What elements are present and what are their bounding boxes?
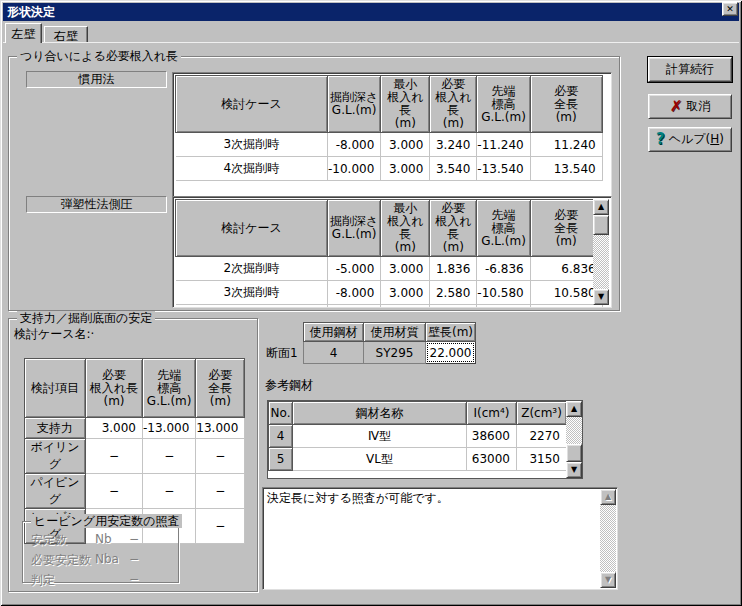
scroll-track[interactable] — [600, 505, 616, 572]
continue-calculation-button[interactable]: 計算続行 — [648, 57, 732, 82]
elastoplastic-grid: 検討ケース 掘削深さ G.L.(m) 最小 根入れ長 (m) 必要 根入れ長 (… — [175, 199, 603, 308]
group-equilibrium-title: つり合いによる必要根入れ長 — [17, 49, 181, 63]
cell-min: 3.000 — [381, 281, 430, 305]
wall-length-input[interactable] — [427, 343, 474, 362]
judgement-value: − — [129, 572, 139, 589]
cell-steel-name: ⅤL型 — [293, 448, 467, 471]
col-header-total-length: 必要 全長 (m) — [530, 76, 602, 133]
cell-total: − — [196, 474, 245, 509]
help-label-post: ) — [719, 132, 724, 146]
help-label: ヘルプ(H) — [669, 131, 724, 148]
cell-min: 3.000 — [381, 157, 430, 181]
scroll-down-button[interactable]: ▼ — [566, 462, 582, 478]
cell-req: 3.540 — [430, 157, 477, 181]
cell-case: 2次掘削時 — [176, 257, 328, 281]
arrow-up-icon: ▲ — [571, 405, 577, 413]
table-row: 4次掘削時 -10.000 3.000 3.540 -13.540 13.540 — [176, 157, 603, 181]
row-number: 5 — [269, 448, 293, 471]
scroll-track[interactable] — [593, 215, 609, 289]
group-heaving-check-title: ヒービング用安定数の照査 — [31, 514, 182, 528]
col-header-excavation-depth: 掘削深さ G.L.(m) — [328, 76, 381, 133]
scroll-up-button[interactable]: ▲ — [566, 401, 582, 417]
cell-req: 3.000 — [86, 418, 143, 439]
cell-case: 4次掘削時 — [176, 157, 328, 181]
cell-total: 6.836 — [530, 257, 602, 281]
scroll-thumb[interactable] — [593, 215, 609, 235]
group-heaving-check: ヒービング用安定数の照査 安定数 Nb − 必要安定数 Nba − 判定 − — [22, 521, 179, 583]
cell-req: − — [86, 474, 143, 509]
reference-steel-table: No. 鋼材名称 I(cm⁴) Z(cm³) 4 Ⅳ型 38600 2270 5… — [267, 400, 583, 479]
cancel-button[interactable]: ✗ 取消 — [648, 94, 732, 119]
scroll-track[interactable] — [566, 417, 582, 462]
stability-number-value: − — [129, 532, 139, 549]
table-row-clipped: 4次掘削時 -10.000 3.000 3.754 -13.754 13.754 — [176, 305, 603, 309]
cell-total: 10.580 — [530, 281, 602, 305]
scroll-thumb[interactable] — [566, 444, 582, 462]
col-header-section-modulus: Z(cm³) — [517, 402, 567, 425]
cell-req: 2.580 — [430, 281, 477, 305]
cancel-x-icon: ✗ — [670, 99, 683, 114]
continue-calculation-label: 計算続行 — [666, 61, 714, 78]
col-header-no: No. — [269, 402, 293, 425]
cell-i: 63000 — [467, 448, 517, 471]
cell-tip: -11.240 — [477, 133, 530, 157]
conventional-method-label: 慣用法 — [79, 72, 115, 86]
wall-length-cell — [426, 342, 476, 364]
cell-tip: -10.580 — [477, 281, 530, 305]
elastoplastic-table: 検討ケース 掘削深さ G.L.(m) 最小 根入れ長 (m) 必要 根入れ長 (… — [172, 196, 612, 308]
help-mnemonic: H — [710, 132, 719, 146]
help-label-pre: ヘルプ( — [669, 132, 711, 146]
col-header-tip-elevation: 先端 標高 G.L.(m) — [477, 76, 530, 133]
required-stability-symbol: Nba — [95, 552, 129, 569]
cell-req: 3.754 — [430, 305, 477, 309]
scroll-up-button[interactable]: ▲ — [600, 489, 616, 505]
col-header-check-item: 検討項目 — [25, 359, 86, 418]
section-row: 4 SY295 — [304, 342, 476, 364]
tab-left-wall[interactable]: 左壁 — [5, 23, 42, 43]
row-header-boiling: ボイリング — [25, 439, 86, 474]
cell-total: 13.540 — [530, 157, 602, 181]
table-row: 5 ⅤL型 63000 3150 — [269, 448, 567, 471]
col-header-wall-length: 壁長(m) — [426, 323, 476, 342]
scroll-up-button[interactable]: ▲ — [593, 199, 609, 215]
tab-right-wall[interactable]: 右壁 — [44, 26, 88, 43]
col-header-material-used: 使用材質 — [364, 323, 426, 342]
scroll-down-button[interactable]: ▼ — [600, 572, 616, 588]
case-name-label: 検討ケース名:· — [14, 326, 94, 343]
col-header-tip-elevation: 先端 標高 G.L.(m) — [477, 200, 530, 257]
col-header-min-embedment: 最小 根入れ長 (m) — [381, 200, 430, 257]
stability-number-symbol: Nb — [95, 532, 129, 549]
cell-total: − — [196, 509, 245, 544]
help-button[interactable]: ? ヘルプ(H) — [648, 127, 732, 152]
cell-min: 3.000 — [381, 257, 430, 281]
col-header-req-embedment: 必要 根入れ長 (m) — [430, 200, 477, 257]
titlebar: 形状決定 — [3, 3, 739, 21]
table-row: 3次掘削時 -8.000 3.000 2.580 -10.580 10.580 — [176, 281, 603, 305]
col-header-case: 検討ケース — [176, 200, 328, 257]
cell-depth: -10.000 — [328, 157, 381, 181]
table-row: パイピング − − − — [25, 474, 245, 509]
scroll-down-button[interactable]: ▼ — [593, 289, 609, 305]
reference-table-scrollbar[interactable]: ▲ ▼ — [566, 401, 582, 478]
section-table: 使用鋼材 使用材質 壁長(m) 4 SY295 — [303, 322, 476, 364]
message-box[interactable]: 決定長に対する照査が可能です。 ▲ ▼ — [262, 487, 618, 590]
group-stability-title: 支持力／掘削底面の安定 — [17, 311, 155, 325]
required-stability-label: 必要安定数 — [31, 552, 95, 569]
cell-depth: -8.000 — [328, 281, 381, 305]
window-title: 形状決定 — [3, 4, 55, 21]
cell-total: − — [196, 439, 245, 474]
elastoplastic-table-scrollbar[interactable]: ▲ ▼ — [593, 199, 609, 305]
col-header-steel-name: 鋼材名称 — [293, 402, 467, 425]
col-header-min-embedment: 最小 根入れ長 (m) — [381, 76, 430, 133]
conventional-table: 検討ケース 掘削深さ G.L.(m) 最小 根入れ長 (m) 必要 根入れ長 (… — [172, 72, 612, 199]
message-scrollbar[interactable]: ▲ ▼ — [600, 489, 616, 588]
close-button[interactable]: ✕ — [722, 2, 738, 16]
table-row: ボイリング − − − — [25, 439, 245, 474]
arrow-up-icon: ▲ — [598, 203, 604, 211]
steel-number-cell: 4 — [304, 342, 364, 364]
cell-case: 3次掘削時 — [176, 281, 328, 305]
heaving-row: 必要安定数 Nba − — [23, 551, 178, 571]
cell-tip: -6.836 — [477, 257, 530, 281]
cell-depth: -5.000 — [328, 257, 381, 281]
table-row: 4 Ⅳ型 38600 2270 — [269, 425, 567, 448]
